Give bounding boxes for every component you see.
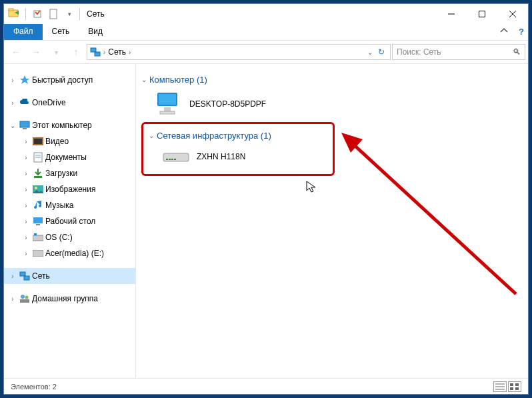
chevron-right-icon[interactable]: › bbox=[129, 49, 131, 56]
svg-rect-5 bbox=[479, 11, 485, 17]
svg-rect-8 bbox=[91, 48, 96, 52]
svg-rect-24 bbox=[33, 250, 43, 257]
content-pane[interactable]: ⌄Компьютер (1) DESKTOP-8D5PDPF ⌄Сетевая … bbox=[136, 64, 528, 378]
explorer-window: ▾ Сеть Файл Сеть Вид ? ← → ▾ ↑ › Сеть › bbox=[3, 3, 529, 395]
window-title: Сеть bbox=[87, 9, 105, 19]
chevron-down-icon: ⌄ bbox=[149, 132, 154, 139]
item-computer[interactable]: DESKTOP-8D5PDPF bbox=[141, 89, 523, 119]
group-header-infra[interactable]: ⌄Сетевая инфраструктура (1) bbox=[149, 131, 327, 141]
svg-rect-20 bbox=[33, 217, 43, 223]
svg-rect-25 bbox=[20, 272, 25, 276]
search-input[interactable]: Поиск: Сеть 🔍︎ bbox=[392, 44, 525, 60]
svg-rect-38 bbox=[174, 159, 176, 160]
sidebar-music[interactable]: ›Музыка bbox=[4, 197, 135, 213]
sidebar-video[interactable]: ›Видео bbox=[4, 133, 135, 149]
up-button[interactable]: ↑ bbox=[67, 43, 85, 61]
minimize-button[interactable] bbox=[436, 4, 467, 24]
svg-rect-21 bbox=[36, 224, 40, 225]
tab-network[interactable]: Сеть bbox=[43, 24, 79, 40]
sidebar-pictures[interactable]: ›Изображения bbox=[4, 181, 135, 197]
recent-dropdown[interactable]: ▾ bbox=[47, 43, 65, 61]
svg-rect-13 bbox=[34, 139, 42, 144]
sidebar-desktop[interactable]: ›Рабочий стол bbox=[4, 213, 135, 229]
svg-rect-1 bbox=[9, 9, 13, 11]
group-header-computer[interactable]: ⌄Компьютер (1) bbox=[141, 75, 523, 85]
item-label: ZXHN H118N bbox=[197, 152, 245, 161]
navigation-pane: ›Быстрый доступ ›OneDrive ⌄Этот компьюте… bbox=[4, 64, 136, 378]
refresh-button[interactable]: ↻ bbox=[375, 47, 387, 57]
qat-new-icon[interactable] bbox=[46, 7, 61, 21]
maximize-button[interactable] bbox=[467, 4, 497, 24]
svg-rect-29 bbox=[20, 299, 29, 303]
cursor-icon bbox=[306, 181, 317, 194]
svg-rect-17 bbox=[34, 176, 42, 178]
ribbon-toggle-icon[interactable] bbox=[493, 24, 515, 40]
sidebar-quick-access[interactable]: ›Быстрый доступ bbox=[4, 72, 135, 88]
svg-point-19 bbox=[35, 187, 37, 189]
svg-rect-32 bbox=[164, 107, 171, 111]
svg-rect-34 bbox=[163, 153, 189, 161]
svg-rect-10 bbox=[20, 121, 29, 127]
arrow-annotation bbox=[336, 127, 523, 301]
search-icon[interactable]: 🔍︎ bbox=[513, 47, 521, 57]
titlebar: ▾ Сеть bbox=[4, 4, 528, 24]
ribbon-tabs: Файл Сеть Вид ? bbox=[4, 24, 528, 40]
svg-rect-11 bbox=[23, 128, 27, 129]
tab-file[interactable]: Файл bbox=[4, 24, 43, 40]
navbar: ← → ▾ ↑ › Сеть › ⌄ ↻ Поиск: Сеть 🔍︎ bbox=[4, 40, 528, 64]
svg-rect-23 bbox=[34, 233, 37, 235]
svg-rect-3 bbox=[50, 9, 57, 19]
view-icons-button[interactable] bbox=[508, 381, 521, 392]
close-button[interactable] bbox=[497, 4, 528, 24]
svg-rect-45 bbox=[515, 383, 519, 386]
svg-rect-44 bbox=[510, 383, 513, 386]
svg-rect-31 bbox=[159, 94, 176, 105]
forward-button[interactable]: → bbox=[27, 43, 45, 61]
back-button[interactable]: ← bbox=[7, 43, 25, 61]
status-text: Элементов: 2 bbox=[11, 383, 57, 391]
address-dropdown-icon[interactable]: ⌄ bbox=[365, 49, 375, 56]
svg-rect-46 bbox=[510, 387, 513, 390]
svg-rect-35 bbox=[166, 159, 168, 160]
help-icon[interactable]: ? bbox=[515, 24, 528, 40]
router-icon bbox=[162, 149, 190, 164]
sidebar-downloads[interactable]: ›Загрузки bbox=[4, 165, 135, 181]
tab-view[interactable]: Вид bbox=[79, 24, 112, 40]
chevron-down-icon: ⌄ bbox=[141, 76, 147, 83]
svg-rect-36 bbox=[169, 159, 171, 160]
computer-icon bbox=[155, 91, 183, 117]
qat-properties-icon[interactable] bbox=[30, 7, 45, 21]
svg-rect-37 bbox=[171, 159, 173, 160]
svg-rect-26 bbox=[24, 276, 29, 280]
sidebar-homegroup[interactable]: ›Домашняя группа bbox=[4, 291, 135, 307]
search-placeholder: Поиск: Сеть bbox=[397, 47, 441, 57]
svg-rect-47 bbox=[515, 387, 519, 390]
chevron-right-icon: › bbox=[103, 49, 105, 56]
highlighted-region: ⌄Сетевая инфраструктура (1) ZXHN H118N bbox=[141, 122, 335, 176]
sidebar-documents[interactable]: ›Документы bbox=[4, 149, 135, 165]
qat-dropdown-icon[interactable]: ▾ bbox=[62, 7, 77, 21]
svg-rect-33 bbox=[160, 111, 175, 114]
svg-point-27 bbox=[21, 295, 25, 299]
svg-point-28 bbox=[25, 296, 29, 299]
svg-marker-40 bbox=[341, 133, 363, 153]
item-router[interactable]: ZXHN H118N bbox=[149, 145, 327, 169]
sidebar-onedrive[interactable]: ›OneDrive bbox=[4, 95, 135, 111]
svg-rect-9 bbox=[95, 52, 100, 56]
sidebar-network[interactable]: ›Сеть bbox=[4, 268, 135, 284]
sidebar-drive-c[interactable]: ›OS (C:) bbox=[4, 229, 135, 245]
item-label: DESKTOP-8D5PDPF bbox=[189, 99, 266, 109]
svg-line-39 bbox=[349, 141, 516, 294]
view-details-button[interactable] bbox=[493, 381, 507, 392]
svg-rect-22 bbox=[33, 235, 43, 241]
sidebar-drive-e[interactable]: ›Acer(media) (E:) bbox=[4, 245, 135, 261]
sidebar-this-pc[interactable]: ⌄Этот компьютер bbox=[4, 117, 135, 133]
status-bar: Элементов: 2 bbox=[4, 378, 528, 394]
app-icon bbox=[7, 7, 21, 21]
network-location-icon bbox=[90, 47, 101, 57]
address-bar[interactable]: › Сеть › ⌄ ↻ bbox=[87, 44, 391, 60]
breadcrumb-network[interactable]: Сеть bbox=[108, 47, 126, 57]
